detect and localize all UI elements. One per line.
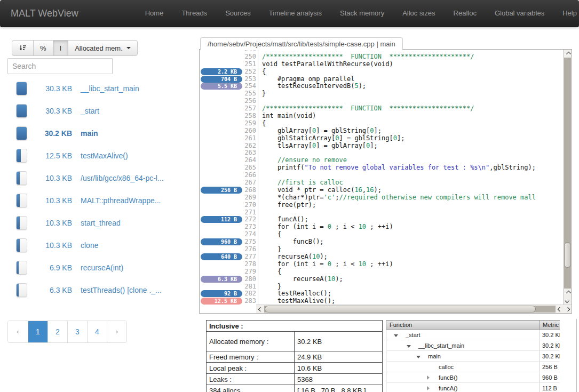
code-text: {	[258, 268, 281, 276]
function-list-item[interactable]: 6.3 KBtestThreads() [clone ._...	[6, 279, 194, 301]
calltree-row[interactable]: funcB()960 B	[386, 372, 560, 383]
code-token: //first is calloc	[262, 179, 343, 186]
function-list-item[interactable]: 10.3 KB/usr/lib/gcc/x86_64-pc-l...	[6, 167, 194, 189]
calltree-metric-value: 256 B	[540, 362, 560, 372]
function-list-item[interactable]: 30.3 KB_start	[6, 100, 194, 122]
calltree-row[interactable]: calloc256 B	[386, 362, 560, 372]
code-text: /******************** FUNCTION *********…	[258, 53, 474, 61]
code-token: tlsArray[	[262, 142, 312, 149]
chevron-down-icon	[565, 298, 569, 302]
function-list-item[interactable]: 6.9 KBrecurseA(int)	[6, 257, 194, 279]
function-list-item[interactable]: 10.3 KBclone	[6, 234, 194, 257]
scroll-up-button-bottom[interactable]	[564, 289, 572, 297]
code-token: for (int i =	[262, 260, 328, 268]
code-text: //first is calloc	[258, 179, 343, 187]
nav-item-sources[interactable]: Sources	[216, 0, 260, 27]
metric-dropdown-button[interactable]: Allocated mem.	[68, 40, 138, 56]
horizontal-scroll-track[interactable]	[264, 306, 556, 313]
calltree-row[interactable]: main30.2 KB	[386, 351, 560, 362]
tree-expand-icon[interactable]	[427, 385, 433, 391]
triangle-down-icon	[407, 345, 411, 348]
nav-item-timeline-analysis[interactable]: Timeline analysis	[260, 0, 331, 27]
function-list-item[interactable]: 10.3 KBstart_thread	[6, 212, 194, 234]
alloc-badge-cell	[200, 149, 242, 157]
vertical-scroll-track[interactable]	[564, 58, 571, 289]
source-file-tab[interactable]: /home/sebv/Projects/matt/src/lib/tests/s…	[200, 37, 403, 50]
scroll-up-button[interactable]	[564, 50, 572, 58]
function-list-item[interactable]: 10.3 KBMALT::pthreadWrappe...	[6, 189, 194, 212]
pagination-page-2[interactable]: 2	[47, 321, 67, 342]
inclusive-stats-panel: Inclusive : Allocated memory :30.2 KBFre…	[206, 320, 383, 392]
code-token: testRealloc();	[262, 290, 331, 297]
nav-item-alloc-sizes[interactable]: Alloc sizes	[393, 0, 444, 27]
code-line: 6.3 KB280 recurseA(10);	[200, 276, 563, 283]
tree-collapse-icon[interactable]	[394, 332, 400, 338]
calltree-row[interactable]: _start30.2 KB	[386, 330, 560, 340]
line-number: 264	[242, 157, 258, 164]
tree-collapse-icon[interactable]	[416, 353, 423, 359]
calltree-row[interactable]: __libc_start_main30.2 KB	[386, 340, 560, 351]
function-list-item[interactable]: 30.3 KB__libc_start_main	[6, 77, 194, 100]
code-scroll-area: 249250/******************** FUNCTION ***…	[200, 50, 563, 305]
pagination-next[interactable]: ›	[107, 321, 126, 342]
code-line: 267 //first is calloc	[200, 179, 563, 187]
scroll-left-button-right[interactable]	[556, 305, 564, 313]
alloc-badge: 112 B	[201, 216, 242, 223]
calltree-row[interactable]: funcA()112 B	[386, 383, 560, 392]
vertical-scrollbar[interactable]	[563, 50, 572, 305]
line-number: 273	[242, 223, 258, 231]
inclusive-toggle-button[interactable]: I	[53, 40, 69, 56]
code-text: for (int i = 0 ; i < 10 ; ++i)	[258, 261, 393, 268]
nav-item-threads[interactable]: Threads	[172, 0, 216, 27]
vertical-scroll-thumb[interactable]	[564, 242, 571, 268]
pagination-page-3[interactable]: 3	[67, 321, 87, 342]
scroll-right-button[interactable]	[564, 305, 572, 313]
inclusive-row-value: [ 16 B , 70 B , 8.8 KB ]	[295, 385, 383, 392]
calltree-function-cell: funcA()	[386, 383, 540, 392]
code-token: funcA();	[262, 215, 308, 223]
calltree-function-name: calloc	[439, 364, 454, 370]
tree-collapse-icon[interactable]	[407, 342, 413, 349]
code-token: testMaxAlive();	[262, 297, 335, 305]
alloc-ratio-fill	[17, 261, 19, 274]
code-text: printf("To not remove global variables f…	[258, 164, 536, 172]
calltree-function-header: Function	[386, 321, 540, 330]
horizontal-scrollbar[interactable]	[256, 305, 572, 313]
pagination-page-4[interactable]: 4	[87, 321, 107, 342]
function-list-item[interactable]: 30.2 KBmain	[6, 122, 194, 145]
line-number: 279	[242, 268, 258, 276]
inclusive-row-label: Leaks :	[207, 374, 295, 385]
triangle-right-icon	[427, 375, 430, 380]
function-list-item[interactable]: 12.5 KBtestMaxAlive()	[6, 145, 194, 167]
nav-item-help[interactable]: Help	[553, 0, 579, 27]
tree-expand-icon[interactable]	[427, 374, 433, 381]
search-input[interactable]	[7, 58, 113, 74]
nav-item-stack-memory[interactable]: Stack memory	[331, 0, 393, 27]
code-line: 264 //ensure no remove	[200, 157, 563, 164]
horizontal-scroll-thumb[interactable]	[265, 306, 536, 313]
nav-item-global-variables[interactable]: Global variables	[486, 0, 553, 27]
inclusive-row: Freed memory :24.9 KB	[207, 351, 383, 363]
line-number: 280	[242, 276, 258, 283]
pagination-prev[interactable]: ‹	[8, 321, 28, 342]
scroll-down-button[interactable]	[564, 297, 572, 305]
calltree-function-cell: calloc	[386, 362, 540, 372]
nav-item-realloc[interactable]: Realloc	[445, 0, 486, 27]
percent-toggle-button[interactable]: %	[33, 40, 53, 56]
sort-button[interactable]	[12, 40, 34, 56]
scroll-left-button[interactable]	[256, 305, 264, 313]
nav-item-home[interactable]: Home	[136, 0, 173, 27]
code-text	[258, 172, 262, 179]
code-text: *(char*)ptr='c';//required otherwise new…	[258, 194, 536, 202]
code-token: 0	[328, 260, 331, 268]
triangle-down-icon	[394, 334, 398, 337]
alloc-badge-cell	[200, 179, 242, 187]
inclusive-title: Inclusive :	[207, 321, 383, 332]
code-token: for (int i =	[262, 223, 328, 230]
function-name: __libc_start_main	[81, 84, 139, 93]
code-line: 281 }	[200, 283, 563, 291]
pagination-page-1[interactable]: 1	[28, 321, 47, 342]
calltree-metric-value: 30.2 KB	[540, 340, 560, 351]
code-line: 250/******************** FUNCTION ******…	[200, 53, 563, 61]
calltree-metric-header: Metric	[540, 321, 560, 330]
